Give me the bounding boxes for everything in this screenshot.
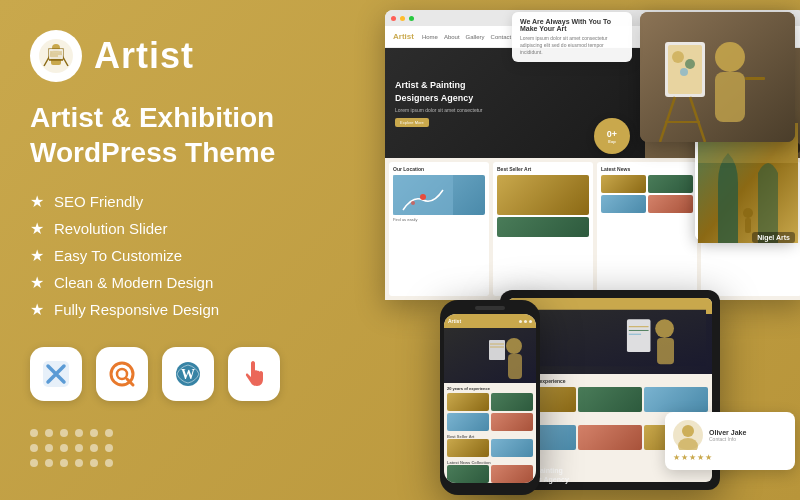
touch-icon-btn[interactable] bbox=[228, 347, 280, 401]
svg-point-58 bbox=[506, 338, 522, 354]
phone-card-4 bbox=[491, 413, 533, 431]
feature-seo: ★ SEO Friendly bbox=[30, 192, 280, 211]
feature-customize: ★ Easy To Customize bbox=[30, 246, 280, 265]
features-list: ★ SEO Friendly ★ Revolution Slider ★ Eas… bbox=[30, 192, 280, 319]
phone-card-7 bbox=[447, 465, 489, 483]
wordpress-icon-btn[interactable]: W bbox=[162, 347, 214, 401]
dot bbox=[30, 444, 38, 452]
desktop-nav-logo: Artist bbox=[393, 32, 414, 41]
tablet-grid bbox=[512, 387, 708, 412]
phone-card-2 bbox=[491, 393, 533, 411]
dot bbox=[60, 459, 68, 467]
svg-point-45 bbox=[685, 59, 695, 69]
phone-nav-dot-1 bbox=[519, 320, 522, 323]
news-img-1 bbox=[601, 175, 646, 193]
dot bbox=[30, 429, 38, 437]
artist-photo-bg bbox=[640, 12, 795, 142]
dot bbox=[105, 459, 113, 467]
hero-subtext: Lorem ipsum dolor sit amet consectetur bbox=[395, 107, 635, 113]
maximize-dot bbox=[409, 16, 414, 21]
dot bbox=[90, 429, 98, 437]
phone-grid-1 bbox=[447, 393, 533, 431]
phone-card-1 bbox=[447, 393, 489, 411]
dot bbox=[75, 459, 83, 467]
svg-point-64 bbox=[682, 425, 694, 437]
tablet-card-3 bbox=[644, 387, 708, 412]
dot bbox=[90, 459, 98, 467]
stars-row: ★ ★ ★ ★ ★ bbox=[673, 453, 787, 462]
right-panel: We Are Always With You To Make Your Art … bbox=[310, 0, 800, 500]
phone-card-6 bbox=[491, 439, 533, 457]
avada-icon-btn[interactable] bbox=[30, 347, 82, 401]
svg-rect-40 bbox=[715, 72, 745, 122]
left-panel: Artist Artist & Exhibition WordPress The… bbox=[0, 0, 310, 500]
experience-badge: 0+ Exp bbox=[594, 118, 630, 154]
svg-rect-60 bbox=[489, 340, 505, 360]
svg-point-51 bbox=[655, 319, 674, 338]
logo-row: Artist bbox=[30, 30, 280, 82]
dot bbox=[75, 429, 83, 437]
dot bbox=[45, 429, 53, 437]
star-1: ★ bbox=[673, 453, 680, 462]
contact-role: Contact Info bbox=[709, 436, 746, 442]
tablet-card-5 bbox=[578, 425, 642, 450]
svg-point-46 bbox=[680, 68, 688, 76]
hero-cta-btn[interactable]: Explore More bbox=[395, 118, 429, 127]
phone-exp-text: 20 years of experience bbox=[447, 386, 533, 391]
phone-card-5 bbox=[447, 439, 489, 457]
info-box-title: We Are Always With You To Make Your Art bbox=[520, 18, 624, 32]
hero-heading: Artist & PaintingDesigners Agency bbox=[395, 79, 635, 104]
svg-text:W: W bbox=[181, 367, 195, 382]
phone-nav-dot-3 bbox=[529, 320, 532, 323]
news-img-3 bbox=[601, 195, 646, 213]
phone-screen: Artist bbox=[444, 314, 536, 483]
feature-responsive: ★ Fully Responsive Design bbox=[30, 300, 280, 319]
info-box: We Are Always With You To Make Your Art … bbox=[512, 12, 632, 62]
dot bbox=[45, 444, 53, 452]
desktop-nav-links: Home About Gallery Contact bbox=[422, 34, 511, 40]
dot bbox=[45, 459, 53, 467]
svg-point-39 bbox=[715, 42, 745, 72]
svg-point-36 bbox=[743, 208, 753, 218]
close-dot bbox=[391, 16, 396, 21]
svg-point-44 bbox=[672, 51, 684, 63]
plugin-icon-btn[interactable] bbox=[96, 347, 148, 401]
dot bbox=[30, 459, 38, 467]
tech-icons-row: W bbox=[30, 347, 280, 401]
svg-rect-52 bbox=[657, 338, 674, 364]
phone-content: 20 years of experience Best Seller Art L… bbox=[444, 383, 536, 483]
gallery-card: Best Seller Art bbox=[493, 162, 593, 296]
minimize-dot bbox=[400, 16, 405, 21]
main-container: Artist Artist & Exhibition WordPress The… bbox=[0, 0, 800, 500]
star-4: ★ bbox=[697, 453, 704, 462]
info-box-text: Lorem ipsum dolor sit amet consectetur a… bbox=[520, 35, 624, 56]
contact-name: Oliver Jake bbox=[709, 429, 746, 436]
map-image bbox=[393, 175, 485, 215]
star-icon-customize: ★ bbox=[30, 246, 44, 265]
star-5: ★ bbox=[705, 453, 712, 462]
dot bbox=[60, 429, 68, 437]
tablet-exp-label: 20 years of experience bbox=[512, 378, 708, 384]
dot bbox=[75, 444, 83, 452]
star-icon-slider: ★ bbox=[30, 219, 44, 238]
art-image-1 bbox=[497, 175, 589, 215]
phone-grid-2 bbox=[447, 439, 533, 457]
phone-nav-dot-2 bbox=[524, 320, 527, 323]
theme-title: Artist & Exhibition WordPress Theme bbox=[30, 100, 280, 170]
art-image-2 bbox=[497, 217, 589, 237]
svg-rect-41 bbox=[745, 77, 765, 80]
news-card: Latest News bbox=[597, 162, 697, 296]
star-3: ★ bbox=[689, 453, 696, 462]
tablet-card-2 bbox=[578, 387, 642, 412]
news-img-4 bbox=[648, 195, 693, 213]
artist-photo bbox=[640, 12, 795, 142]
phone-card-3 bbox=[447, 413, 489, 431]
phone-speaker bbox=[475, 306, 505, 310]
star-icon-seo: ★ bbox=[30, 192, 44, 211]
feature-slider: ★ Revolution Slider bbox=[30, 219, 280, 238]
phone-nav: Artist bbox=[444, 314, 536, 328]
logo-icon bbox=[30, 30, 82, 82]
map-card: Our Location Find us easily bbox=[389, 162, 489, 296]
star-icon-design: ★ bbox=[30, 273, 44, 292]
dot bbox=[105, 429, 113, 437]
